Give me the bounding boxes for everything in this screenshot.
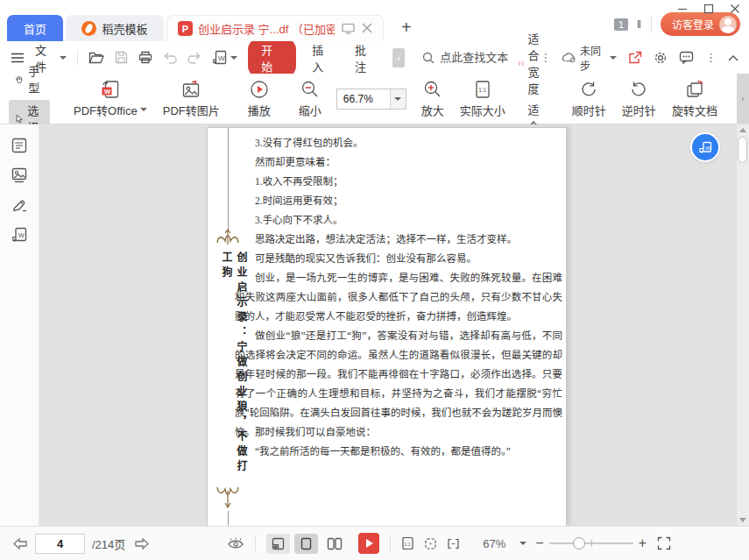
zoom-out-button[interactable]: 缩小 — [291, 74, 329, 124]
feedback-chat-icon[interactable] — [679, 51, 694, 64]
cloud-offline-icon — [562, 51, 576, 64]
svg-text:W: W — [218, 54, 225, 62]
print-icon[interactable] — [138, 51, 152, 64]
maximize-button[interactable] — [703, 4, 714, 16]
rotate-clockwise-button[interactable]: 顺时针 — [564, 74, 614, 124]
scroll-up-arrow[interactable] — [739, 128, 746, 132]
convert-word-panel-icon[interactable]: W — [11, 227, 27, 244]
ornament-bottom-icon — [216, 482, 240, 511]
share-icon[interactable] — [628, 51, 642, 64]
view-mode-single-page-button[interactable] — [294, 534, 318, 554]
doc-to-word-icon: W — [212, 50, 227, 65]
ribbon-tab-insert[interactable]: 插入 — [307, 38, 339, 78]
ribbon-tab-start[interactable]: 开始 — [248, 38, 296, 78]
slideshow-play-button[interactable] — [358, 533, 379, 554]
paragraph: 2.时间运用更有效； — [235, 191, 562, 210]
zoom-in-plus-button[interactable]: + — [639, 537, 647, 549]
tab-docer-templates[interactable]: 稻壳模板 — [66, 15, 164, 41]
fullscreen-icon[interactable] — [657, 536, 671, 550]
play-icon — [366, 539, 373, 548]
play-button[interactable]: 播放 — [240, 74, 279, 124]
svg-text:1:1: 1:1 — [478, 87, 486, 93]
view-mode-two-page-button[interactable] — [322, 534, 346, 554]
open-file-icon[interactable] — [88, 51, 104, 64]
convert-floating-button[interactable]: W — [692, 134, 718, 160]
play-circle-icon — [250, 80, 269, 99]
svg-text:W: W — [18, 232, 25, 238]
collapse-ribbon-icon[interactable] — [728, 54, 738, 61]
more-options-icon[interactable]: ⋮ — [705, 51, 717, 64]
pdf-file-icon: P — [178, 21, 193, 36]
outline-panel-icon[interactable] — [11, 138, 27, 153]
rotate-document-button[interactable]: 旋转文档 — [664, 74, 725, 124]
view-mode-reader-button[interactable] — [266, 534, 290, 554]
convert-to-word-button[interactable]: W — [212, 50, 237, 65]
tab-home[interactable]: 首页 — [7, 15, 63, 41]
guest-login-button[interactable]: 访客登录 — [661, 12, 740, 36]
zoom-in-button[interactable]: 放大 — [413, 74, 452, 124]
save-icon[interactable] — [115, 51, 128, 64]
zoom-slider[interactable] — [549, 537, 633, 549]
zoom-out-minus-button[interactable]: − — [535, 537, 543, 549]
scroll-down-arrow[interactable] — [739, 518, 746, 522]
left-panel-bar: W — [0, 124, 39, 526]
ribbon-tabs-overflow[interactable]: › — [392, 48, 405, 67]
fit-width-button[interactable]: 适合宽度 — [519, 30, 547, 96]
svg-text:W: W — [104, 87, 111, 95]
next-page-arrow-icon[interactable] — [134, 537, 150, 550]
paragraph: “我之前所活的每一天都是积极的、有效的，都是值得的。” — [235, 442, 562, 461]
paragraph: 做创业“狼”还是打工“狗”，答案没有对与错，选择却有高与低，不同的选择将会决定不… — [235, 326, 562, 442]
document-canvas[interactable]: 创业启示录：宁做创业狼，不做打工狗 3.没有了得红包的机会。 然而却更意味着： … — [39, 124, 736, 526]
tab-document[interactable]: P 创业启示录 宁...df （已加密） — [166, 15, 384, 41]
fit-page-icon[interactable] — [424, 537, 437, 550]
svg-text:1:1: 1:1 — [405, 542, 411, 547]
tab-strip: 首页 稻壳模板 P 创业启示录 宁...df （已加密） + — [7, 15, 417, 41]
scrollbar-thumb[interactable] — [738, 137, 747, 163]
page-number-input[interactable] — [35, 534, 85, 554]
hand-tool-button[interactable]: 手型 — [9, 60, 50, 97]
prev-page-arrow-icon[interactable] — [12, 537, 28, 550]
statusbar: /214页 1:1 67% − + — [0, 526, 749, 560]
rotate-counterclockwise-button[interactable]: 逆时针 — [614, 74, 664, 124]
actual-size-button[interactable]: 1:1 实际大小 — [452, 74, 513, 124]
zoom-level-input[interactable] — [337, 89, 390, 109]
zoom-level-combobox[interactable] — [336, 89, 406, 110]
actual-size-icon[interactable]: 1:1 — [401, 536, 414, 550]
settings-gear-icon[interactable] — [654, 51, 668, 65]
reading-mode-eye-icon[interactable] — [227, 537, 244, 550]
wps-pdf-window: 首页 稻壳模板 P 创业启示录 宁...df （已加密） + 1 ‖ 访客登录 — [0, 0, 749, 560]
tab-overflow-handle[interactable]: ‖ — [637, 18, 642, 31]
minimize-button[interactable] — [677, 4, 688, 16]
cursor-icon — [15, 112, 23, 125]
vertical-scrollbar[interactable] — [736, 124, 749, 526]
pdf-to-image-icon — [180, 80, 201, 99]
fit-width-icon — [519, 58, 524, 69]
pdf-page[interactable]: 创业启示录：宁做创业狼，不做打工狗 3.没有了得红包的机会。 然而却更意味着： … — [207, 127, 567, 526]
signature-pen-icon[interactable] — [11, 197, 28, 213]
tab-docer-label: 稻壳模板 — [102, 20, 147, 37]
close-tab-icon[interactable] — [362, 23, 372, 33]
ribbon-tab-comment[interactable]: 批注 — [350, 38, 382, 78]
fit-width-icon[interactable] — [447, 537, 460, 550]
zoom-percent-label: 67% — [483, 537, 505, 550]
rotate-document-icon — [684, 80, 705, 99]
doc-convert-icon: W — [698, 141, 712, 154]
zoom-dropdown-arrow[interactable] — [390, 89, 406, 109]
redo-icon[interactable] — [187, 52, 201, 64]
zoom-presets-caret[interactable] — [519, 542, 526, 545]
hand-icon — [15, 73, 24, 86]
pdf-to-office-button[interactable]: W PDF转Office — [66, 74, 155, 124]
paragraph: 思路决定出路，想法决定活法；选择不一样，生活才变样。 — [235, 230, 562, 249]
ribbon-overflow-strip[interactable]: › — [737, 74, 749, 124]
pdf-to-image-button[interactable]: PDF转图片 — [155, 74, 228, 124]
window-count-badge: 1 — [614, 18, 628, 31]
zoom-slider-knob[interactable] — [573, 537, 585, 549]
undo-icon[interactable] — [163, 52, 177, 64]
sync-status[interactable]: 未同步 — [562, 43, 617, 73]
paragraph: 然而却更意味着： — [235, 152, 562, 172]
present-to-screen-icon[interactable] — [342, 23, 355, 34]
thumbnails-panel-icon[interactable] — [11, 167, 27, 183]
guest-login-label: 访客登录 — [672, 17, 714, 32]
new-tab-button[interactable]: + — [396, 18, 417, 38]
close-window-button[interactable] — [730, 4, 740, 16]
